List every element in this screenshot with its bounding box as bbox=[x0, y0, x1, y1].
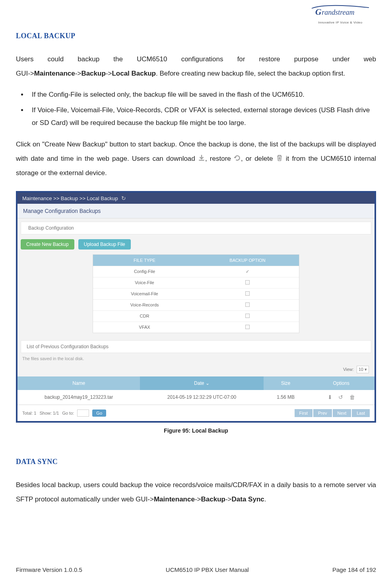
col-date[interactable]: Date ⌄ bbox=[140, 376, 263, 390]
goto-input[interactable] bbox=[77, 410, 89, 417]
total-label: Total: 1 bbox=[22, 411, 36, 415]
pager-first[interactable]: First bbox=[295, 409, 312, 417]
checkmark-icon[interactable]: ✓ bbox=[246, 269, 249, 274]
refresh-icon[interactable]: ↻ bbox=[121, 195, 126, 201]
checkbox[interactable] bbox=[245, 314, 250, 318]
bullet-list: If the Config-File is selected only, the… bbox=[28, 88, 376, 129]
view-control: View: 10 ▾ bbox=[17, 364, 375, 376]
page-number: Page 184 of 192 bbox=[332, 566, 376, 573]
backup-config-table: FILE TYPE BACKUP OPTION Config-File ✓ Vo… bbox=[93, 254, 299, 333]
pager-prev[interactable]: Prev bbox=[313, 409, 332, 417]
table-row: backup_2014may19_123223.tar 2014-05-19 1… bbox=[17, 390, 375, 405]
create-new-backup-button[interactable]: Create New Backup bbox=[21, 239, 74, 250]
list-section-header: List of Previous Configuration Backups bbox=[21, 340, 371, 353]
brand-logo: G randstream Innovative IP Voice & Video bbox=[305, 4, 376, 28]
goto-label: Go to: bbox=[62, 411, 74, 415]
pager: First Prev Next Last bbox=[295, 409, 370, 417]
intro-b2: Backup bbox=[81, 70, 105, 77]
intro-b1: Maintenance bbox=[34, 70, 75, 77]
restore-icon bbox=[234, 152, 241, 160]
list-note: The files saved in the local disk. bbox=[17, 353, 375, 364]
upload-backup-file-button[interactable]: Upload Backup File bbox=[78, 239, 131, 250]
col-file-type: FILE TYPE bbox=[93, 255, 196, 266]
show-label: Show: 1/1 bbox=[39, 411, 59, 415]
backup-name: backup_2014may19_123223.tar bbox=[17, 390, 140, 405]
checkbox[interactable] bbox=[245, 291, 250, 296]
download-icon[interactable]: ⬇ bbox=[328, 394, 332, 400]
col-options: Options bbox=[308, 376, 375, 390]
pager-last[interactable]: Last bbox=[352, 409, 370, 417]
intro-line1: Users could backup the UCM6510 configura… bbox=[16, 52, 376, 66]
panel-title: Manage Configuration Backups bbox=[17, 204, 375, 218]
checkbox[interactable] bbox=[245, 325, 250, 329]
pager-next[interactable]: Next bbox=[333, 409, 351, 417]
bullet-item: If the Config-File is selected only, the… bbox=[28, 88, 376, 101]
intro-line2-post: . Before creating new backup file, selec… bbox=[156, 70, 345, 77]
toolbar: Create New Backup Upload Backup File bbox=[17, 234, 375, 254]
table-row: Voice-Records bbox=[93, 299, 299, 310]
svg-text:randstream: randstream bbox=[322, 8, 354, 16]
logo-tagline: Innovative IP Voice & Video bbox=[305, 21, 376, 24]
table-row: Voicemail-File bbox=[93, 288, 299, 299]
breadcrumb-text: Maintenance >> Backup >> Local Backup bbox=[22, 195, 118, 201]
heading-data-sync: DATA SYNC bbox=[16, 458, 376, 466]
backup-size: 1.56 MB bbox=[264, 390, 308, 405]
svg-text:G: G bbox=[315, 7, 322, 17]
table-row: Config-File ✓ bbox=[93, 266, 299, 277]
page-footer: Firmware Version 1.0.0.5 UCM6510 IP PBX … bbox=[16, 566, 376, 573]
view-select[interactable]: 10 ▾ bbox=[357, 366, 369, 373]
col-backup-option: BACKUP OPTION bbox=[196, 255, 299, 266]
figure-caption: Figure 95: Local Backup bbox=[16, 427, 376, 434]
bullet-item: If Voice-File, Voicemail-File, Voice-Rec… bbox=[28, 104, 376, 130]
breadcrumb-bar: Maintenance >> Backup >> Local Backup ↻ bbox=[17, 193, 375, 204]
panel-subtitle: Backup Configuration bbox=[21, 222, 371, 234]
checkbox[interactable] bbox=[245, 280, 250, 285]
go-button[interactable]: Go bbox=[92, 410, 106, 417]
intro-b3: Local Backup bbox=[112, 70, 156, 77]
data-sync-paragraph: Besides local backup, users could backup… bbox=[16, 478, 376, 506]
table-row: Voice-File bbox=[93, 277, 299, 288]
grandstream-logo-icon: G randstream bbox=[305, 4, 376, 20]
checkbox[interactable] bbox=[245, 302, 250, 307]
delete-icon bbox=[276, 152, 283, 160]
firmware-version: Firmware Version 1.0.0.5 bbox=[16, 566, 82, 573]
action-paragraph: Click on "Create New Backup" button to s… bbox=[16, 137, 376, 180]
table-row: CDR bbox=[93, 310, 299, 322]
backup-date: 2014-05-19 12:32:29 UTC-07:00 bbox=[140, 390, 263, 405]
intro-line2-pre: GUI-> bbox=[16, 70, 34, 77]
screenshot-figure: Maintenance >> Backup >> Local Backup ↻ … bbox=[16, 191, 376, 423]
col-size[interactable]: Size bbox=[264, 376, 308, 390]
col-name[interactable]: Name bbox=[17, 376, 140, 390]
delete-icon[interactable]: 🗑 bbox=[349, 394, 355, 400]
backup-list-table: Name Date ⌄ Size Options backup_2014may1… bbox=[17, 376, 375, 405]
table-row: VFAX bbox=[93, 322, 299, 333]
intro-paragraph: Users could backup the UCM6510 configura… bbox=[16, 52, 376, 80]
restore-icon[interactable]: ↺ bbox=[338, 394, 343, 400]
table-footer: Total: 1 Show: 1/1 Go to: Go First Prev … bbox=[17, 405, 375, 421]
heading-local-backup: LOCAL BACKUP bbox=[16, 32, 376, 40]
document-title: UCM6510 IP PBX User Manual bbox=[166, 566, 249, 573]
download-icon bbox=[198, 152, 205, 160]
